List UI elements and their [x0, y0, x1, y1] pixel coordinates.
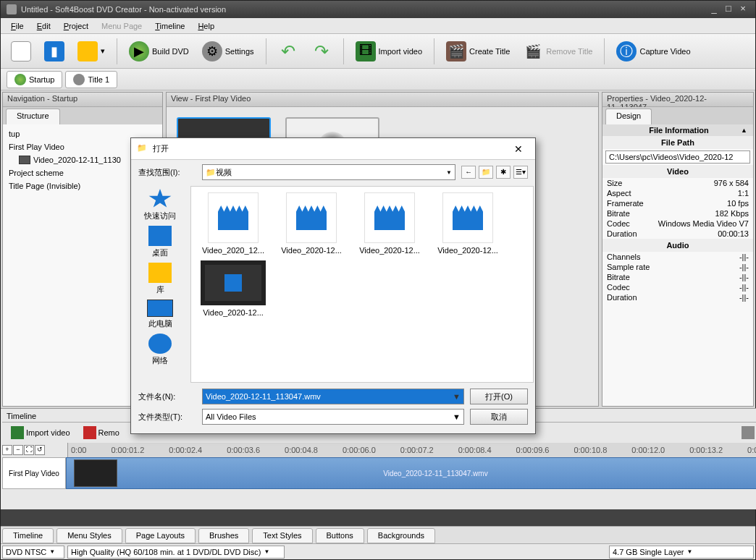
btab-menu-styles[interactable]: Menu Styles	[56, 528, 122, 543]
zoom-fit-button[interactable]: ⛶	[24, 445, 34, 455]
main-toolbar: ▮ ▾ ▶Build DVD ⚙Settings ↶ ↷ 🎞Import vid…	[1, 34, 755, 69]
audio-section: Audio	[602, 239, 753, 252]
filetype-combo[interactable]: All Video Files▼	[202, 409, 464, 425]
filename-input[interactable]: Video_2020-12-11_113047.wmv▼	[202, 389, 464, 404]
prop-framerate: 10 fps	[727, 199, 749, 208]
tab-startup[interactable]: Startup	[7, 71, 62, 88]
video-thumb-icon	[201, 260, 266, 305]
props-header: Properties - Video_2020-12-11_113047....	[602, 93, 753, 107]
menu-edit[interactable]: Edit	[31, 20, 56, 32]
look-in-label: 查找范围(I):	[138, 167, 196, 178]
chapters-icon	[742, 426, 755, 439]
btab-brushes[interactable]: Brushes	[198, 528, 249, 543]
btab-backgrounds[interactable]: Backgrounds	[367, 528, 435, 543]
nav-tab-structure[interactable]: Structure	[6, 109, 60, 124]
minimize-button[interactable]: _	[707, 4, 721, 14]
file-list[interactable]: Video_2020_12... Video_2020-12... Video_…	[190, 186, 534, 383]
quality-combo[interactable]: High Quality (HQ 60/108 min. at 1 DVD/DL…	[67, 546, 285, 559]
video-file-icon	[364, 192, 415, 243]
sidebar-libraries[interactable]: 库	[135, 261, 185, 297]
menu-file[interactable]: File	[5, 20, 30, 32]
dialog-open-button[interactable]: 打开(O)	[470, 389, 528, 404]
capture-video-button[interactable]: ⓘCapture Video	[612, 38, 694, 64]
import-icon: 🎞	[356, 41, 376, 61]
file-item[interactable]: Video_2020_12...	[197, 192, 269, 255]
tab-title1[interactable]: Title 1	[65, 71, 117, 88]
tl-import-button[interactable]: Import video	[7, 425, 75, 441]
settings-button[interactable]: ⚙Settings	[198, 38, 259, 64]
undo-button[interactable]: ↶	[274, 38, 303, 64]
nav-header: Navigation - Startup	[3, 93, 162, 107]
create-title-button[interactable]: 🎬Create Title	[442, 38, 514, 64]
create-title-icon: 🎬	[446, 41, 466, 61]
btab-buttons[interactable]: Buttons	[316, 528, 364, 543]
remove-title-button: 🎬Remove Title	[518, 38, 597, 64]
zoom-in-button[interactable]: +	[2, 445, 12, 455]
app-icon	[7, 4, 17, 14]
open-button[interactable]: ▾	[73, 38, 109, 64]
save-button[interactable]: ▮	[40, 38, 69, 64]
film-icon	[19, 156, 30, 164]
video-file-icon	[442, 192, 493, 243]
sidebar-this-pc[interactable]: 此电脑	[135, 298, 185, 331]
timeline-track[interactable]: Video_2020-12-11_113047.wmv	[66, 457, 756, 489]
maximize-button[interactable]: □	[722, 4, 735, 14]
dialog-sidebar: 快速访问 桌面 库 此电脑 网络	[131, 184, 189, 384]
video-file-icon	[208, 192, 259, 243]
nav-back-button[interactable]: ←	[461, 166, 476, 179]
sidebar-network[interactable]: 网络	[135, 332, 185, 368]
undo-icon: ↶	[278, 41, 298, 61]
remove-title-icon: 🎬	[523, 41, 543, 61]
props-tab-design[interactable]: Design	[605, 109, 652, 124]
file-info-section[interactable]: File Information▲	[602, 124, 753, 136]
zoom-reset-button[interactable]: ↺	[35, 445, 45, 455]
statusbar: DVD NTSC▼ High Quality (HQ 60/108 min. a…	[1, 543, 755, 559]
zoom-out-button[interactable]: −	[13, 445, 23, 455]
redo-button[interactable]: ↷	[307, 38, 336, 64]
timeline-clip[interactable]	[74, 459, 117, 487]
file-item[interactable]: Video_2020-12...	[275, 192, 348, 255]
btab-text-styles[interactable]: Text Styles	[252, 528, 312, 543]
import-video-button[interactable]: 🎞Import video	[351, 38, 427, 64]
menu-help[interactable]: Help	[192, 20, 220, 32]
file-item[interactable]: Video_2020-12...	[432, 192, 504, 255]
dialog-close-button[interactable]: ✕	[508, 143, 529, 155]
nav-new-folder-button[interactable]: ✱	[496, 166, 511, 179]
btab-timeline[interactable]: Timeline	[2, 528, 54, 543]
network-icon	[148, 334, 172, 354]
nav-up-button[interactable]: 📁	[479, 166, 493, 179]
track-label[interactable]: First Play Video	[2, 457, 66, 489]
prop-codec: Windows Media Video V7	[658, 219, 749, 228]
format-combo[interactable]: DVD NTSC▼	[2, 546, 64, 559]
build-dvd-button[interactable]: ▶Build DVD	[125, 38, 193, 64]
prop-duration: 00:00:13	[718, 229, 749, 238]
capture-icon: ⓘ	[616, 41, 637, 61]
look-in-combo[interactable]: 📁 视频▼	[202, 164, 455, 180]
prop-bitrate: 182 Kbps	[715, 209, 749, 218]
btab-page-layouts[interactable]: Page Layouts	[125, 528, 196, 543]
star-icon	[148, 189, 172, 209]
file-path-value[interactable]: C:\Users\pc\Videos\Video_2020-12	[605, 150, 750, 164]
clip-name: Video_2020-12-11_113047.wmv	[383, 470, 487, 478]
close-button[interactable]: ×	[736, 4, 749, 14]
folder-icon	[148, 263, 172, 283]
nav-view-button[interactable]: ☰▾	[513, 166, 528, 179]
file-item[interactable]: Video_2020-12...	[197, 260, 269, 317]
pc-icon	[147, 300, 173, 317]
import-icon	[11, 426, 24, 439]
menu-project[interactable]: Project	[58, 20, 94, 32]
chevron-up-icon: ▲	[741, 127, 747, 134]
view-header: View - First Play Video	[167, 93, 598, 107]
capacity-combo[interactable]: 4.7 GB Single Layer▼	[609, 546, 754, 559]
menu-timeline[interactable]: Timeline	[149, 20, 190, 32]
sidebar-desktop[interactable]: 桌面	[135, 224, 185, 260]
new-button[interactable]	[7, 38, 35, 64]
file-item[interactable]: Video_2020-12...	[353, 192, 426, 255]
tl-remove-button[interactable]: Remo	[79, 425, 124, 441]
sidebar-quick-access[interactable]: 快速访问	[135, 187, 185, 223]
desktop-icon	[148, 226, 172, 246]
window-title: Untitled - Soft4Boost DVD Creator - Non-…	[21, 5, 226, 14]
title-tabs: Startup Title 1	[1, 69, 755, 90]
timeline-ruler[interactable]: 0:000:00:01.20:00:02.40:00:03.60:00:04.8…	[67, 443, 756, 457]
dialog-cancel-button[interactable]: 取消	[470, 409, 528, 425]
